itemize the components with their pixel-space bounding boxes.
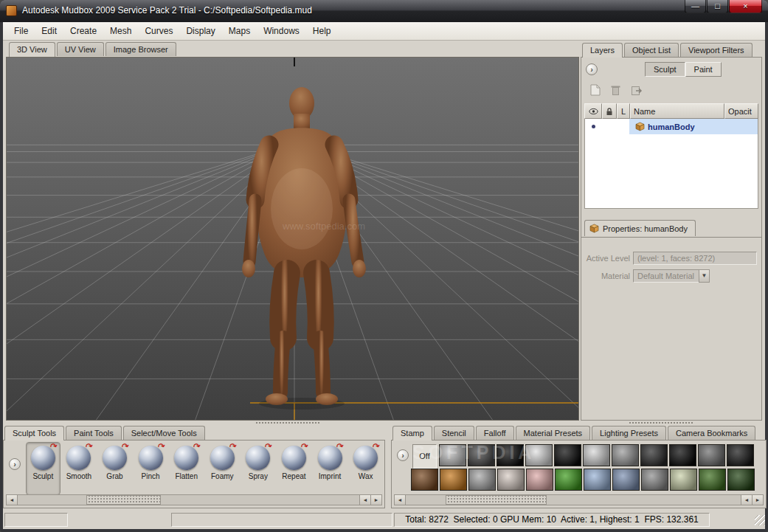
scroll-left-icon[interactable]: ◄ xyxy=(741,495,752,505)
stamp-thumbnail-1-5[interactable] xyxy=(554,444,581,466)
menu-maps[interactable]: Maps xyxy=(222,23,257,39)
tools-collapse-button[interactable]: › xyxy=(9,458,21,470)
tool-foamy[interactable]: ↷Foamy xyxy=(205,442,240,495)
app-window: Autodesk Mudbox 2009 Service Pack 2 Tria… xyxy=(0,0,768,532)
tray-tab-stamp[interactable]: Stamp xyxy=(392,426,432,441)
layer-row[interactable]: humanBody xyxy=(585,119,758,134)
name-column-header[interactable]: Name xyxy=(630,103,724,119)
stamps-scrollbar[interactable]: ◄ ◄ ► xyxy=(394,494,764,505)
visibility-column-header[interactable] xyxy=(584,103,602,119)
chevron-down-icon[interactable]: ▼ xyxy=(699,269,710,283)
properties-tab[interactable]: Properties: humanBody xyxy=(584,220,696,236)
delete-layer-icon[interactable] xyxy=(611,84,620,96)
menu-create[interactable]: Create xyxy=(63,23,103,39)
stamp-thumbnail-1-2[interactable] xyxy=(468,444,495,466)
panel-collapse-button[interactable]: › xyxy=(586,63,598,75)
app-icon[interactable] xyxy=(6,5,17,16)
tool-pinch[interactable]: ↷Pinch xyxy=(134,442,168,495)
panel-tab-viewport-filters[interactable]: Viewport Filters xyxy=(680,43,753,57)
menu-mesh[interactable]: Mesh xyxy=(103,23,138,39)
scroll-left-icon[interactable]: ◄ xyxy=(359,495,370,505)
material-dropdown[interactable]: Default Material ▼ xyxy=(633,269,710,283)
stamp-thumbnail-1-6[interactable] xyxy=(583,444,610,466)
menu-display[interactable]: Display xyxy=(179,23,221,39)
lock-column-header[interactable] xyxy=(602,103,617,119)
view-tab-uv-view[interactable]: UV View xyxy=(57,42,104,56)
scroll-left-icon[interactable]: ◄ xyxy=(7,495,18,505)
tray-tab-material-presets[interactable]: Material Presets xyxy=(516,426,590,440)
view-tab-3d-view[interactable]: 3D View xyxy=(9,42,55,57)
scroll-thumb[interactable] xyxy=(86,495,162,505)
scroll-track[interactable] xyxy=(18,495,359,505)
tools-tab-select-move-tools[interactable]: Select/Move Tools xyxy=(123,426,205,440)
stamp-thumbnail-2-2[interactable] xyxy=(440,469,467,491)
tray-tab-stencil[interactable]: Stencil xyxy=(434,426,474,440)
resize-grip-icon[interactable] xyxy=(755,515,765,525)
stamp-thumbnail-2-12[interactable] xyxy=(727,469,755,491)
scroll-thumb[interactable] xyxy=(446,495,546,505)
brush-sphere-icon: ↷ xyxy=(282,446,306,470)
menu-file[interactable]: File xyxy=(7,23,35,39)
tools-tab-sculpt-tools[interactable]: Sculpt Tools xyxy=(4,426,64,441)
stamp-thumbnail-1-9[interactable] xyxy=(669,444,696,466)
maximize-button[interactable]: □ xyxy=(707,0,728,13)
tray-tab-falloff[interactable]: Falloff xyxy=(476,426,514,440)
tool-sculpt[interactable]: ↷Sculpt xyxy=(26,442,60,495)
tools-tab-paint-tools[interactable]: Paint Tools xyxy=(66,426,122,440)
stamp-thumbnail-1-11[interactable] xyxy=(727,444,754,466)
level-column-header[interactable]: L xyxy=(617,103,630,119)
menu-edit[interactable]: Edit xyxy=(35,23,63,39)
view-tab-image-browser[interactable]: Image Browser xyxy=(105,42,176,56)
stamp-thumbnail-2-1[interactable] xyxy=(411,469,438,491)
stamp-thumbnail-2-11[interactable] xyxy=(699,469,726,491)
sculpt-mode-button[interactable]: Sculpt xyxy=(645,62,685,77)
stamp-thumbnail-1-7[interactable] xyxy=(612,444,639,466)
stamp-thumbnail-2-3[interactable] xyxy=(468,469,496,491)
tool-spray[interactable]: ↷Spray xyxy=(241,442,276,495)
close-button[interactable]: × xyxy=(729,0,762,13)
minimize-button[interactable]: — xyxy=(685,0,706,13)
stamps-collapse-button[interactable]: › xyxy=(397,449,409,461)
panel-tab-layers[interactable]: Layers xyxy=(582,43,623,58)
stamp-thumbnail-2-9[interactable] xyxy=(641,469,668,491)
scroll-left-icon[interactable]: ◄ xyxy=(395,495,406,505)
tray-tab-camera-bookmarks[interactable]: Camera Bookmarks xyxy=(668,426,755,440)
stamp-thumbnail-1-3[interactable] xyxy=(497,444,524,466)
stamp-thumbnail-1-1[interactable] xyxy=(439,444,466,466)
scroll-right-icon[interactable]: ► xyxy=(370,495,381,505)
tools-scrollbar[interactable]: ◄ ◄ ► xyxy=(6,494,382,505)
menu-help[interactable]: Help xyxy=(306,23,338,39)
stamp-thumbnail-1-10[interactable] xyxy=(698,444,725,466)
tool-wax[interactable]: ↷Wax xyxy=(348,442,383,495)
tool-grab[interactable]: ↷Grab xyxy=(97,442,132,495)
splitter-handle[interactable] xyxy=(255,421,320,424)
opacity-column-header[interactable]: Opacit xyxy=(724,103,758,119)
stamp-thumbnail-2-10[interactable] xyxy=(670,469,697,491)
new-layer-icon[interactable] xyxy=(590,84,601,96)
tray-tab-lighting-presets[interactable]: Lighting Presets xyxy=(592,426,666,440)
layer-row-selection[interactable]: humanBody xyxy=(629,119,758,134)
tool-imprint[interactable]: ↷Imprint xyxy=(313,442,347,495)
stamp-thumbnail-1-8[interactable] xyxy=(640,444,668,466)
panel-tab-object-list[interactable]: Object List xyxy=(624,43,679,57)
stamp-thumbnail-2-5[interactable] xyxy=(526,469,553,491)
stamp-thumbnail-2-4[interactable] xyxy=(497,469,525,491)
stamp-thumbnail-1-4[interactable] xyxy=(525,444,553,466)
paint-mode-button[interactable]: Paint xyxy=(685,62,722,77)
visibility-dot-icon[interactable] xyxy=(592,125,595,128)
menu-windows[interactable]: Windows xyxy=(257,23,306,39)
stamp-thumbnail-2-8[interactable] xyxy=(612,469,640,491)
stamp-thumbnail-2-7[interactable] xyxy=(584,469,611,491)
scroll-right-icon[interactable]: ► xyxy=(752,495,763,505)
stamp-thumbnail-2-6[interactable] xyxy=(555,469,582,491)
tool-repeat[interactable]: ↷Repeat xyxy=(277,442,311,495)
stamp-off-button[interactable]: Off xyxy=(412,444,437,469)
viewport-canvas[interactable]: www.softpedia.com xyxy=(7,58,579,421)
menu-curves[interactable]: Curves xyxy=(138,23,179,39)
3d-viewport[interactable]: www.softpedia.com xyxy=(6,57,579,421)
export-layer-icon[interactable] xyxy=(631,84,643,96)
tool-flatten[interactable]: ↷Flatten xyxy=(169,442,204,495)
tool-smooth[interactable]: ↷Smooth xyxy=(62,442,97,495)
scroll-track[interactable] xyxy=(406,495,741,505)
splitter-handle[interactable] xyxy=(629,421,693,424)
